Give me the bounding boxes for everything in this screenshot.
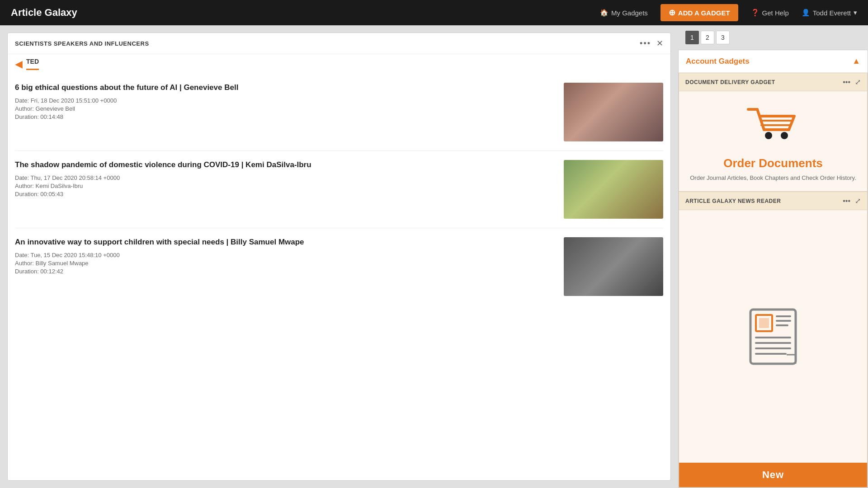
article-duration: Duration: 00:14:48 [15, 113, 557, 120]
article-thumbnail [564, 160, 663, 219]
article-title: 6 big ethical questions about the future… [15, 83, 557, 93]
gadget-card-body: Order Documents Order Journal Articles, … [679, 91, 867, 191]
article-duration: Duration: 00:05:43 [15, 191, 557, 197]
article-date: Date: Thu, 17 Dec 2020 20:58:14 +0000 [15, 174, 557, 181]
gadget-actions: ••• ⤢ [843, 197, 861, 205]
user-menu[interactable]: 👤 Todd Everett ▾ [802, 9, 857, 17]
tab-nav: ◀ TED [8, 54, 670, 70]
help-icon: ❓ [751, 9, 760, 17]
gadget-actions: ••• ⤢ [843, 78, 861, 86]
header-nav: 🏠 My Gadgets ⊕ ADD A GADGET ❓ Get Help 👤… [600, 4, 857, 21]
new-button[interactable]: New [679, 463, 867, 487]
article-card[interactable]: An innovative way to support children wi… [15, 228, 663, 305]
svg-point-5 [781, 132, 788, 139]
order-docs-desc: Order Journal Articles, Book Chapters an… [690, 174, 856, 182]
user-icon: 👤 [802, 9, 810, 17]
article-info: The shadow pandemic of domestic violence… [15, 160, 557, 199]
svg-point-4 [765, 132, 772, 139]
add-gadget-button[interactable]: ⊕ ADD A GADGET [660, 4, 738, 21]
article-date: Date: Tue, 15 Dec 2020 15:48:10 +0000 [15, 252, 557, 258]
main-content: SCIENTISTS SPEAKERS AND INFLUENCERS ••• … [0, 25, 868, 488]
gadget-options-button[interactable]: ••• [843, 78, 850, 86]
tab-back-button[interactable]: ◀ [15, 58, 23, 70]
ted-widget: SCIENTISTS SPEAKERS AND INFLUENCERS ••• … [7, 33, 671, 481]
chevron-down-icon: ▾ [854, 9, 857, 17]
shopping-cart-icon [744, 100, 802, 147]
widget-header-actions: ••• ✕ [640, 38, 663, 48]
article-date: Date: Fri, 18 Dec 2020 15:51:00 +0000 [15, 97, 557, 104]
article-title: An innovative way to support children wi… [15, 237, 557, 247]
pagination: 1 2 3 [678, 25, 868, 50]
my-gadgets-link[interactable]: 🏠 My Gadgets [600, 9, 648, 17]
header: Article Galaxy 🏠 My Gadgets ⊕ ADD A GADG… [0, 0, 868, 25]
article-thumbnail [564, 237, 663, 296]
article-title: The shadow pandemic of domestic violence… [15, 160, 557, 170]
article-list: 6 big ethical questions about the future… [8, 70, 670, 480]
newspaper-icon [746, 305, 800, 368]
article-card[interactable]: 6 big ethical questions about the future… [15, 74, 663, 151]
home-icon: 🏠 [600, 9, 609, 17]
left-panel: SCIENTISTS SPEAKERS AND INFLUENCERS ••• … [0, 25, 678, 488]
article-duration: Duration: 00:12:42 [15, 268, 557, 275]
article-card[interactable]: The shadow pandemic of domestic violence… [15, 151, 663, 228]
page-2-button[interactable]: 2 [701, 31, 714, 44]
gadget-expand-button[interactable]: ⤢ [855, 197, 861, 205]
news-reader-gadget: ARTICLE GALAXY NEWS READER ••• ⤢ [679, 192, 868, 488]
svg-rect-8 [759, 318, 769, 328]
widget-close-button[interactable]: ✕ [656, 38, 663, 48]
article-info: An innovative way to support children wi… [15, 237, 557, 276]
widget-header: SCIENTISTS SPEAKERS AND INFLUENCERS ••• … [8, 33, 670, 54]
article-author: Author: Genevieve Bell [15, 105, 557, 112]
article-author: Author: Billy Samuel Mwape [15, 260, 557, 267]
right-sidebar: 1 2 3 Account Gadgets ▲ DOCUMENT DELIVER… [678, 25, 868, 488]
widget-title: SCIENTISTS SPEAKERS AND INFLUENCERS [15, 40, 149, 47]
article-author: Author: Kemi DaSilva-Ibru [15, 183, 557, 189]
plus-icon: ⊕ [669, 8, 675, 18]
page-3-button[interactable]: 3 [716, 31, 730, 44]
tab-ted[interactable]: TED [26, 58, 39, 70]
gadget-card-header: DOCUMENT DELIVERY GADGET ••• ⤢ [679, 73, 867, 91]
app-logo: Article Galaxy [11, 7, 585, 19]
document-delivery-gadget: DOCUMENT DELIVERY GADGET ••• ⤢ [679, 73, 868, 192]
widget-options-button[interactable]: ••• [640, 39, 651, 48]
collapse-button[interactable]: ▲ [852, 56, 860, 66]
gadget-options-button[interactable]: ••• [843, 197, 850, 205]
order-docs-title: Order Documents [723, 156, 823, 170]
page-1-button[interactable]: 1 [685, 31, 699, 44]
gadget-title: DOCUMENT DELIVERY GADGET [685, 79, 775, 85]
account-gadgets-title: Account Gadgets [686, 57, 750, 66]
get-help-link[interactable]: ❓ Get Help [751, 9, 789, 17]
article-thumbnail [564, 83, 663, 141]
article-info: 6 big ethical questions about the future… [15, 83, 557, 122]
gadget-title: ARTICLE GALAXY NEWS READER [685, 198, 781, 204]
account-gadgets-header: Account Gadgets ▲ [679, 50, 868, 73]
account-gadgets-panel: Account Gadgets ▲ DOCUMENT DELIVERY GADG… [678, 50, 868, 488]
gadget-expand-button[interactable]: ⤢ [855, 78, 861, 86]
news-gadget-body [679, 210, 867, 463]
gadget-card-header: ARTICLE GALAXY NEWS READER ••• ⤢ [679, 192, 867, 210]
